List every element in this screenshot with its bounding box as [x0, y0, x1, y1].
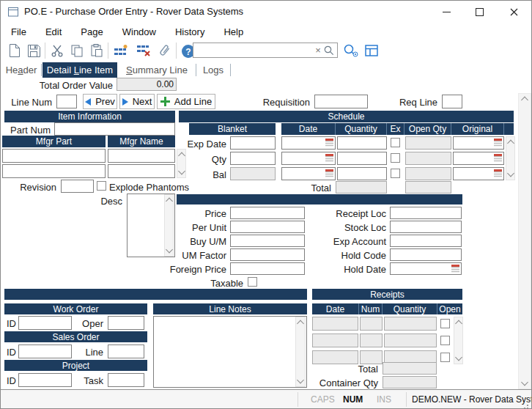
mfgr-part-input[interactable] [2, 149, 106, 163]
menu-file[interactable]: File [11, 26, 26, 37]
exp-account-input[interactable] [390, 235, 462, 247]
receipt-open-checkbox[interactable] [440, 353, 450, 362]
schedule-original-input[interactable] [453, 152, 504, 165]
receipts-grid-scrollbar[interactable] [454, 317, 463, 364]
receipt-open-checkbox[interactable] [440, 336, 450, 345]
next-button[interactable]: Next [119, 94, 155, 109]
schedule-date-input[interactable] [281, 136, 336, 150]
layout-button[interactable] [363, 42, 380, 59]
line-input[interactable] [108, 344, 144, 358]
schedule-quantity-input[interactable] [337, 152, 387, 165]
scroll-up-icon[interactable] [455, 320, 462, 328]
new-button[interactable] [5, 42, 23, 59]
schedule-quantity-input[interactable] [337, 136, 387, 150]
copy-button[interactable] [68, 42, 86, 59]
mfgr-name-input[interactable] [108, 164, 175, 178]
minimize-button[interactable] [430, 1, 463, 23]
attachment-button[interactable] [156, 42, 174, 59]
scroll-down-icon[interactable] [507, 170, 514, 177]
menu-history[interactable]: History [175, 26, 204, 37]
task-input[interactable] [108, 373, 144, 387]
main-vertical-scrollbar[interactable] [518, 93, 531, 389]
revision-input[interactable] [61, 180, 94, 193]
work-order-id-input[interactable] [18, 316, 72, 330]
desc-scrollbar[interactable] [164, 194, 174, 257]
zoom-preview-button[interactable] [341, 42, 361, 59]
scroll-down-icon[interactable] [455, 354, 462, 361]
schedule-original-input[interactable] [453, 136, 504, 150]
blanket-exp-date-input[interactable] [230, 136, 276, 150]
mfgr-grid-scrollbar[interactable] [177, 149, 186, 178]
calendar-icon[interactable] [494, 154, 502, 162]
calendar-icon[interactable] [325, 154, 333, 162]
line-num-input[interactable] [56, 95, 77, 108]
calendar-icon[interactable] [494, 139, 502, 147]
project-id-input[interactable] [18, 373, 72, 387]
search-clear-icon[interactable]: × [312, 43, 324, 58]
buy-um-input[interactable] [230, 235, 305, 247]
tab-summary-line-item[interactable]: Summary Line Item [119, 62, 195, 78]
foreign-price-input[interactable] [230, 262, 305, 275]
scroll-up-icon[interactable] [507, 140, 514, 147]
close-button[interactable] [496, 1, 531, 23]
blanket-qty-input[interactable] [230, 152, 276, 165]
resize-grip[interactable] [527, 405, 528, 406]
prev-button[interactable]: Prev [83, 94, 117, 109]
cut-button[interactable] [48, 42, 66, 59]
requisition-input[interactable] [314, 95, 368, 108]
scroll-up-icon[interactable] [178, 152, 185, 160]
req-line-input[interactable] [442, 95, 462, 108]
total-order-value-label: Total Order Value [40, 80, 113, 91]
calendar-icon[interactable] [325, 169, 333, 177]
um-factor-input[interactable] [230, 248, 305, 261]
tab-detail-line-item[interactable]: Detail Line Item [43, 62, 117, 78]
scroll-up-icon[interactable] [521, 97, 528, 104]
schedule-date-input[interactable] [281, 152, 336, 165]
insert-line-button[interactable] [112, 42, 130, 59]
search-icon[interactable] [324, 45, 334, 56]
calendar-icon[interactable] [451, 265, 459, 273]
schedule-ex-checkbox[interactable] [391, 138, 400, 147]
maximize-button[interactable] [463, 1, 496, 23]
tab-logs[interactable]: Logs [197, 62, 229, 78]
menu-page[interactable]: Page [81, 26, 103, 37]
sales-order-id-input[interactable] [18, 344, 72, 358]
menu-edit[interactable]: Edit [45, 26, 62, 37]
calendar-icon[interactable] [325, 139, 333, 147]
taxable-checkbox[interactable] [248, 277, 257, 287]
schedule-original-input[interactable] [453, 167, 504, 180]
line-notes-scrollbar[interactable] [295, 317, 306, 387]
tab-header[interactable]: Header [2, 62, 40, 78]
schedule-ex-checkbox[interactable] [391, 169, 400, 178]
mfgr-part-input[interactable] [2, 164, 106, 178]
scroll-up-icon[interactable] [166, 198, 173, 205]
stock-loc-input[interactable] [390, 221, 462, 233]
schedule-grid-scrollbar[interactable] [506, 136, 515, 180]
scroll-down-icon[interactable] [297, 377, 304, 384]
mfgr-name-input[interactable] [108, 149, 175, 163]
line-notes-textarea[interactable] [153, 316, 307, 388]
add-line-button[interactable]: Add Line [157, 94, 215, 109]
save-button[interactable] [25, 42, 43, 59]
menu-help[interactable]: Help [223, 26, 243, 37]
paste-button[interactable] [88, 42, 106, 59]
price-input[interactable] [230, 207, 305, 219]
oper-input[interactable] [108, 316, 144, 330]
schedule-quantity-input[interactable] [337, 167, 387, 180]
schedule-date-input[interactable] [281, 167, 336, 180]
part-num-input[interactable] [54, 122, 175, 136]
scroll-down-icon[interactable] [166, 246, 173, 254]
scroll-down-icon[interactable] [178, 168, 185, 175]
scroll-up-icon[interactable] [297, 320, 304, 328]
receipt-open-checkbox[interactable] [440, 319, 450, 328]
per-unit-input[interactable] [230, 221, 305, 233]
delete-line-button[interactable] [135, 42, 152, 59]
scroll-down-icon[interactable] [521, 379, 528, 386]
hold-date-input[interactable] [390, 262, 462, 275]
calendar-icon[interactable] [494, 169, 502, 177]
hold-code-input[interactable] [390, 248, 462, 261]
receipt-loc-input[interactable] [390, 207, 462, 219]
menu-window[interactable]: Window [122, 26, 156, 37]
explode-phantoms-checkbox[interactable] [97, 181, 106, 191]
schedule-ex-checkbox[interactable] [391, 153, 400, 163]
